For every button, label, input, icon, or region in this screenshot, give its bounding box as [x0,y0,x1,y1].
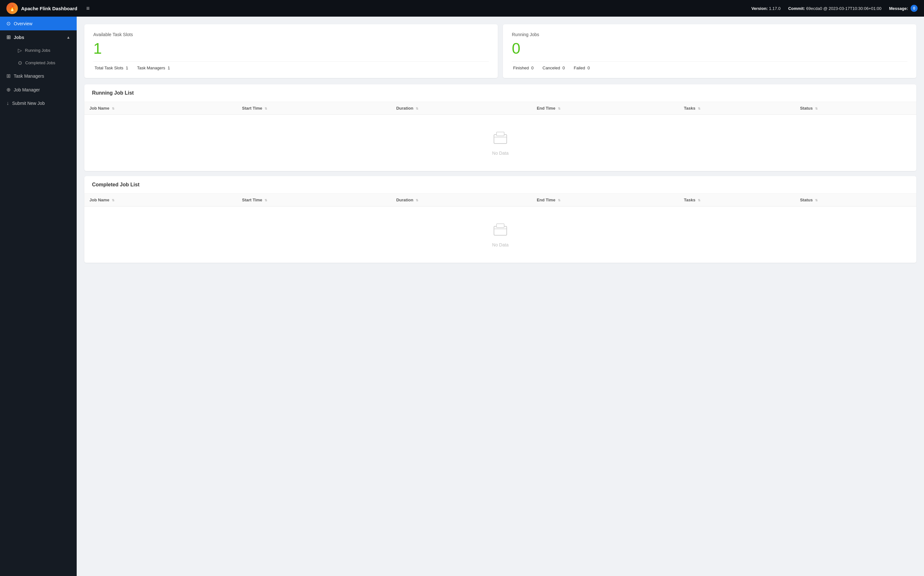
task-managers-label: Task Managers [137,66,165,70]
col-status[interactable]: Status ⇅ [795,102,916,115]
job-name-sort-icon: ⇅ [112,107,114,110]
sidebar-jobs-subsection: ▷ Running Jobs ⊙ Completed Jobs [0,44,77,69]
end-time-sort-icon: ⇅ [558,107,560,110]
col-start-time[interactable]: Start Time ⇅ [237,102,391,115]
sidebar-item-submit-new-job[interactable]: ↓ Submit New Job [0,96,77,110]
canceled-value: 0 [563,66,565,70]
finished-meta: Finished 0 [512,66,533,70]
task-managers-value: 1 [168,66,170,70]
sidebar-item-running-jobs[interactable]: ▷ Running Jobs [6,44,77,57]
tasks-sort-icon: ⇅ [698,107,701,110]
brand-logo: 🔥 [6,3,18,14]
completed-job-list-table: Job Name ⇅ Start Time ⇅ Duration ⇅ End T… [85,194,916,206]
col-duration-2[interactable]: Duration ⇅ [391,194,531,206]
completed-job-list-header-row: Job Name ⇅ Start Time ⇅ Duration ⇅ End T… [85,194,916,206]
overview-icon: ⊙ [6,21,11,27]
brand-title: Apache Flink Dashboard [21,6,77,11]
sidebar-item-overview[interactable]: ⊙ Overview [0,17,77,30]
menu-icon[interactable]: ≡ [86,5,90,12]
failed-value: 0 [587,66,590,70]
total-task-slots-label: Total Task Slots [94,66,123,70]
jobs-section-icon: ⊞ [6,34,11,40]
job-manager-icon: ⊕ [6,86,11,93]
col-end-time-2[interactable]: End Time ⇅ [531,194,679,206]
col-tasks-2[interactable]: Tasks ⇅ [679,194,795,206]
running-job-list-table-wrap: Job Name ⇅ Start Time ⇅ Duration ⇅ End T… [85,102,916,171]
col-status-2[interactable]: Status ⇅ [795,194,916,206]
job-name-2-sort-icon: ⇅ [112,198,114,202]
topbar-right: Version: 1.17.0 Commit: 69ecda0 @ 2023-0… [752,5,918,12]
sidebar-item-task-managers-label: Task Managers [14,74,44,78]
jobs-chevron-icon: ▲ [67,35,70,40]
running-jobs-card: Running Jobs 0 Finished 0 Canceled 0 Fai… [503,24,916,78]
message-badge: 0 [911,5,918,12]
completed-job-list-no-data-text: No Data [492,242,508,247]
no-data-icon [492,130,509,147]
running-jobs-icon: ▷ [18,47,22,53]
sidebar-item-submit-new-job-label: Submit New Job [12,101,45,106]
tasks-2-sort-icon: ⇅ [698,198,701,202]
total-task-slots-value: 1 [126,66,128,70]
completed-job-list-no-data: No Data [85,206,916,263]
task-managers-icon: ⊞ [6,73,11,79]
duration-2-sort-icon: ⇅ [416,198,418,202]
sidebar-item-task-managers[interactable]: ⊞ Task Managers [0,69,77,83]
sidebar-item-job-manager[interactable]: ⊕ Job Manager [0,83,77,96]
svg-rect-1 [496,132,504,136]
brand: 🔥 Apache Flink Dashboard [6,3,83,14]
status-2-sort-icon: ⇅ [815,198,818,202]
running-job-list-header-row: Job Name ⇅ Start Time ⇅ Duration ⇅ End T… [85,102,916,115]
running-job-list-section: Running Job List Job Name ⇅ Start Time ⇅… [85,85,916,171]
status-sort-icon: ⇅ [815,107,818,110]
available-task-slots-meta: Total Task Slots 1 Task Managers 1 [93,61,489,70]
running-job-list-title: Running Job List [85,85,916,102]
sidebar: ⊙ Overview ⊞ Jobs ▲ ▷ Running Jobs ⊙ Com… [0,17,77,576]
col-job-name-2[interactable]: Job Name ⇅ [85,194,237,206]
col-start-time-2[interactable]: Start Time ⇅ [237,194,391,206]
failed-label: Failed [574,66,585,70]
task-managers-meta: Task Managers 1 [136,66,170,70]
version-info: Version: 1.17.0 [752,6,780,11]
sidebar-item-overview-label: Overview [14,21,32,26]
total-task-slots-meta: Total Task Slots 1 [93,66,128,70]
col-duration[interactable]: Duration ⇅ [391,102,531,115]
completed-jobs-icon: ⊙ [18,60,22,66]
commit-info: Commit: 69ecda0 @ 2023-03-17T10:30:06+01… [788,6,881,11]
brand-icon: 🔥 [9,5,16,12]
running-jobs-number: 0 [512,41,907,56]
main-content: Available Task Slots 1 Total Task Slots … [77,17,924,576]
available-task-slots-card: Available Task Slots 1 Total Task Slots … [85,24,498,78]
sidebar-item-running-jobs-label: Running Jobs [25,48,51,53]
running-job-list-table: Job Name ⇅ Start Time ⇅ Duration ⇅ End T… [85,102,916,115]
finished-value: 0 [531,66,533,70]
start-time-sort-icon: ⇅ [265,107,267,110]
finished-label: Finished [513,66,529,70]
running-job-list-no-data: No Data [85,115,916,171]
available-task-slots-number: 1 [93,41,489,56]
sidebar-item-completed-jobs[interactable]: ⊙ Completed Jobs [6,57,77,69]
failed-meta: Failed 0 [573,66,590,70]
col-tasks[interactable]: Tasks ⇅ [679,102,795,115]
running-jobs-title: Running Jobs [512,32,907,37]
sidebar-item-completed-jobs-label: Completed Jobs [25,61,55,65]
running-job-list-no-data-text: No Data [492,150,508,156]
sidebar-section-jobs-label: Jobs [14,35,24,40]
sidebar-section-jobs[interactable]: ⊞ Jobs ▲ [0,30,77,44]
sidebar-item-job-manager-label: Job Manager [14,87,40,92]
completed-job-list-table-wrap: Job Name ⇅ Start Time ⇅ Duration ⇅ End T… [85,194,916,263]
submit-new-job-icon: ↓ [6,100,9,106]
topbar: 🔥 Apache Flink Dashboard ≡ Version: 1.17… [0,0,924,17]
message-info: Message: 0 [889,5,918,12]
duration-sort-icon: ⇅ [416,107,418,110]
no-data-icon-2 [492,222,509,238]
col-job-name[interactable]: Job Name ⇅ [85,102,237,115]
completed-job-list-title: Completed Job List [85,176,916,194]
cards-row: Available Task Slots 1 Total Task Slots … [85,24,916,78]
end-time-2-sort-icon: ⇅ [558,198,560,202]
start-time-2-sort-icon: ⇅ [265,198,267,202]
completed-job-list-section: Completed Job List Job Name ⇅ Start Time… [85,176,916,263]
available-task-slots-title: Available Task Slots [93,32,489,37]
col-end-time[interactable]: End Time ⇅ [531,102,679,115]
svg-rect-3 [496,224,504,227]
canceled-meta: Canceled 0 [541,66,565,70]
